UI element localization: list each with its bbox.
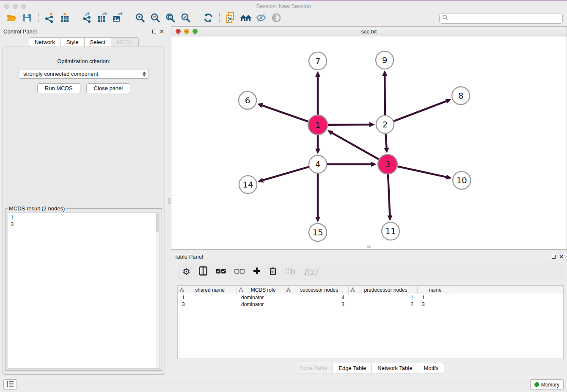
save-session-button[interactable]: [19, 12, 35, 25]
optimization-criterion-dropdown[interactable]: strongly connected component: [19, 69, 149, 79]
tab-edge-table[interactable]: Edge Table: [333, 363, 372, 373]
canvas-resize-grip[interactable]: [367, 246, 371, 248]
table-row[interactable]: 3dominator323: [178, 301, 563, 308]
close-panel-button[interactable]: Close panel: [86, 83, 131, 93]
graph-node-label: 1: [315, 120, 321, 130]
status-bar: Memory: [0, 377, 567, 392]
edge-arrow-icon: [445, 99, 451, 104]
column-header-predecessor-nodes[interactable]: predecessor nodes: [349, 286, 418, 294]
edge-3-10[interactable]: [397, 166, 446, 177]
table-cell[interactable]: 1: [349, 294, 418, 301]
edge-1-6[interactable]: [262, 105, 308, 121]
splitter-grip-icon[interactable]: [168, 198, 171, 204]
network-graph[interactable]: 7968124314101511: [171, 36, 567, 250]
right-column: ✕ − + scc.txt 7968124314101511 Table Pan…: [171, 26, 567, 377]
refresh-layout-button[interactable]: [201, 12, 216, 25]
delete-columns-button[interactable]: [269, 266, 277, 278]
hide-graphics-button[interactable]: [253, 12, 269, 25]
deselect-all-button[interactable]: [234, 266, 245, 278]
edge-arrow-icon: [257, 103, 263, 108]
search-input[interactable]: [450, 15, 560, 22]
zoom-selected-icon: [180, 12, 191, 25]
mcds-result-list[interactable]: 1 3: [8, 213, 160, 369]
floppy-disk-icon: [22, 13, 32, 25]
zoom-selected-button[interactable]: [178, 12, 193, 25]
export-network-button[interactable]: [80, 12, 95, 25]
edge-2-9[interactable]: [385, 76, 385, 115]
result-scrollbar[interactable]: [156, 213, 160, 368]
edge-arrow-icon: [371, 162, 377, 167]
clone-network-button[interactable]: [223, 12, 238, 25]
column-header-mcds-role[interactable]: MCDS role: [237, 286, 284, 294]
table-cell[interactable]: 1: [178, 294, 237, 301]
show-graphics-button[interactable]: [269, 12, 284, 25]
tab-select[interactable]: Select: [84, 37, 111, 47]
zoom-out-button[interactable]: [148, 12, 163, 25]
table-cell[interactable]: 2: [349, 301, 418, 308]
float-table-panel-icon[interactable]: [552, 255, 556, 259]
result-line: 1: [8, 213, 160, 221]
task-history-button[interactable]: [3, 379, 17, 390]
memory-button[interactable]: Memory: [530, 379, 564, 390]
open-folder-icon: [6, 13, 17, 25]
run-mcds-button[interactable]: Run MCDS: [37, 83, 80, 93]
tab-motifs[interactable]: Motifs: [418, 363, 444, 373]
graph-node-label: 6: [245, 95, 250, 105]
eye-slash-icon: [256, 13, 267, 25]
show-columns-button[interactable]: [199, 266, 207, 278]
column-header-name[interactable]: name: [418, 286, 453, 294]
export-image-button[interactable]: [110, 12, 125, 25]
edge-arrow-icon: [387, 215, 392, 221]
edge-3-11[interactable]: [388, 174, 390, 215]
network-window-title: scc.txt: [171, 28, 567, 35]
double-home-icon: [239, 13, 252, 25]
table-cell[interactable]: dominator: [237, 301, 284, 308]
export-table-button[interactable]: [95, 12, 110, 25]
select-all-button[interactable]: [216, 266, 226, 278]
search-icon: [442, 14, 449, 22]
tab-style[interactable]: Style: [61, 37, 85, 47]
table-row[interactable]: 1dominator411: [178, 294, 563, 301]
table-cell[interactable]: 1: [418, 294, 453, 301]
panel-splitter[interactable]: [168, 26, 171, 377]
edge-1-2[interactable]: [328, 124, 369, 125]
network-canvas[interactable]: 7968124314101511: [171, 36, 567, 249]
table-panel-title: Table Panel: [174, 254, 203, 260]
edge-3-1[interactable]: [332, 133, 379, 159]
import-network-button[interactable]: [42, 12, 57, 25]
column-settings-button[interactable]: ⚙: [182, 266, 190, 278]
network-window-titlebar: ✕ − + scc.txt: [171, 27, 567, 36]
column-header-successor-nodes[interactable]: successor nodes: [284, 286, 349, 294]
tab-mcds[interactable]: MCDS: [111, 37, 139, 47]
toolbar-separator: [219, 13, 220, 24]
table-cell[interactable]: 3: [284, 301, 349, 308]
zoom-in-button[interactable]: [132, 12, 148, 25]
graph-node-label: 10: [456, 175, 467, 185]
edge-2-8[interactable]: [394, 101, 446, 121]
float-panel-icon[interactable]: [152, 30, 156, 33]
tab-node-table[interactable]: Node Table: [294, 363, 333, 373]
column-header-shared-name[interactable]: shared name: [178, 286, 237, 294]
edge-2-3[interactable]: [385, 134, 386, 148]
function-builder-button[interactable]: f(x): [304, 266, 318, 278]
optimization-criterion-label: Optimization criterion:: [3, 58, 165, 64]
edge-4-14[interactable]: [263, 167, 309, 180]
table-cell[interactable]: dominator: [237, 294, 284, 301]
home-layouts-button[interactable]: [238, 12, 253, 25]
mcds-result-title: MCDS result (2 nodes): [8, 205, 66, 212]
graph-node-label: 14: [242, 179, 253, 190]
delete-table-button[interactable]: [285, 266, 295, 278]
close-table-panel-icon[interactable]: ✕: [559, 254, 564, 259]
zoom-fit-button[interactable]: [163, 12, 178, 25]
close-panel-icon[interactable]: ✕: [160, 29, 164, 34]
table-cell[interactable]: 3: [178, 301, 237, 308]
table-panel-header: Table Panel ✕: [171, 251, 567, 262]
tab-network[interactable]: Network: [29, 37, 61, 47]
table-cell[interactable]: 3: [418, 301, 453, 308]
open-session-button[interactable]: [4, 12, 19, 25]
add-column-button[interactable]: [253, 266, 261, 278]
search-field[interactable]: [439, 14, 563, 24]
tab-network-table[interactable]: Network Table: [372, 363, 418, 373]
table-cell[interactable]: 4: [284, 294, 349, 301]
import-table-button[interactable]: [57, 12, 72, 25]
